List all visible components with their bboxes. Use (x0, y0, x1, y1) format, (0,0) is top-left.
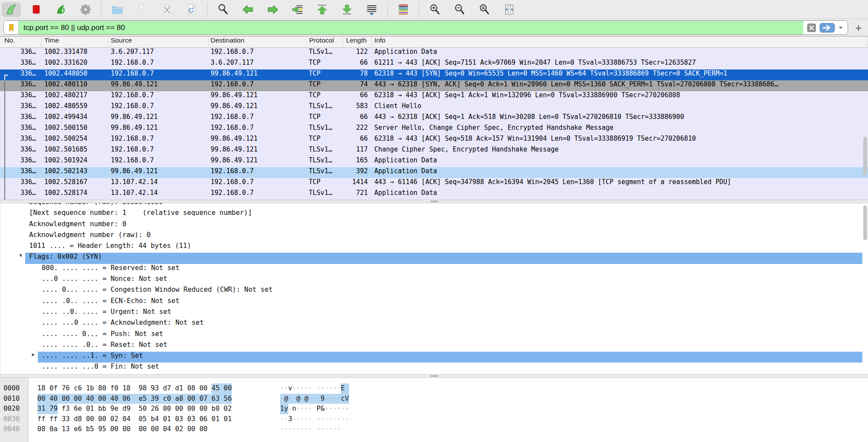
column-header-info[interactable]: Info (371, 36, 868, 47)
stop-capture-button[interactable] (26, 2, 46, 17)
auto-scroll-button[interactable] (362, 2, 381, 17)
column-header-destination[interactable]: Destination (208, 36, 306, 47)
packet-row[interactable]: 336…1002.50015099.86.49.121192.168.0.7TL… (0, 124, 868, 135)
detail-line[interactable]: ▼Flags: 0x002 (SYN) (0, 253, 862, 264)
packet-row[interactable]: 336…1002.448050192.168.0.799.86.49.121TC… (0, 69, 868, 80)
detail-line[interactable]: 1011 .... = Header Length: 44 bytes (11) (0, 242, 862, 253)
packet-row[interactable]: 336…1002.480217192.168.0.799.86.49.121TC… (0, 91, 868, 102)
start-capture-button[interactable] (2, 2, 21, 17)
hex-ascii: ··3············· (280, 414, 349, 425)
ascii-char: · (288, 394, 292, 404)
zoom-reset-button[interactable] (475, 2, 494, 17)
go-first-packet-button[interactable] (313, 2, 332, 17)
go-to-packet-button[interactable] (288, 2, 307, 17)
detail-line[interactable]: .... .0.. .... = ECN-Echo: Not set (0, 297, 862, 308)
filter-add-button[interactable]: + (852, 20, 865, 36)
packet-row[interactable]: 336…1002.49943499.86.49.121192.168.0.7TC… (0, 113, 868, 124)
toolbar-separator (419, 3, 419, 16)
no-cell: 336… (0, 91, 41, 102)
hex-row[interactable]: 00203179f36e01bb9ed9502600000000b0021y·n… (0, 404, 868, 414)
column-header-source[interactable]: Source (109, 36, 208, 47)
resize-columns-button[interactable] (500, 2, 519, 17)
hex-row[interactable]: 0030ffff33d80000020405b4010303060101··3·… (0, 414, 868, 425)
packet-row[interactable]: 336…1002.331620192.168.0.73.6.207.117TCP… (0, 59, 868, 69)
column-header-length[interactable]: Length (343, 36, 371, 47)
save-file-button[interactable] (132, 2, 152, 17)
detail-line[interactable]: .... ...0 .... = Acknowledgment: Not set (0, 319, 862, 330)
time-cell: 1002.480217 (41, 91, 109, 102)
detail-indent (0, 275, 38, 286)
detail-line[interactable]: Sequence number (raw): 2005041956 (0, 203, 862, 209)
ascii-char: · (337, 414, 341, 425)
ascii-char: · (320, 424, 324, 435)
ascii-char: · (325, 414, 329, 425)
hex-byte: 13 (62, 424, 70, 435)
detail-line[interactable]: [Next sequence number: 1 (relative seque… (0, 209, 862, 220)
expand-triangle-icon[interactable]: ▶ (32, 352, 35, 357)
packet-row[interactable]: 336…1002.3314783.6.207.117192.168.0.7TLS… (0, 48, 868, 59)
detail-line[interactable]: .... .... 0... = Push: Not set (0, 330, 862, 341)
open-file-button[interactable] (108, 2, 127, 17)
column-header-protocol[interactable]: Protocol (306, 36, 343, 47)
packet-row[interactable]: 336…1002.500254192.168.0.799.86.49.121TC… (0, 135, 868, 145)
pane-splitter-bottom[interactable] (0, 374, 868, 378)
go-back-button[interactable] (238, 2, 257, 17)
details-scrollbar[interactable] (863, 205, 867, 240)
packet-row[interactable]: 336…1002.52816713.107.42.14192.168.0.7TC… (0, 178, 868, 189)
reload-file-button[interactable] (182, 2, 201, 17)
detail-line[interactable]: .... .... .0.. = Reset: Not set (0, 341, 862, 352)
column-header-time[interactable]: Time (41, 36, 109, 47)
colorize-packets-button[interactable] (394, 2, 413, 17)
find-packet-button[interactable] (214, 2, 233, 17)
detail-line[interactable]: ...0 .... .... = Nonce: Not set (0, 275, 862, 286)
detail-line[interactable]: .... .... ...0 = Fin: Not set (0, 363, 862, 373)
capture-options-button[interactable] (76, 2, 95, 17)
length-cell: 392 (343, 167, 371, 178)
detail-line[interactable]: Acknowledgment number: 0 (0, 220, 862, 231)
packet-row[interactable]: 336…1002.501924192.168.0.799.86.49.121TL… (0, 156, 868, 167)
hex-byte: 01 (211, 414, 220, 425)
detail-line[interactable]: Acknowledgment number (raw): 0 (0, 231, 862, 242)
packet-row[interactable]: 336…1002.52817413.107.42.14192.168.0.7TL… (0, 189, 868, 200)
zoom-in-button[interactable] (426, 2, 445, 17)
packet-row[interactable]: 336…1002.480559192.168.0.799.86.49.121TL… (0, 102, 868, 113)
detail-indent: ▶ (0, 352, 38, 363)
packet-row[interactable]: 336…1002.48011099.86.49.121192.168.0.7TC… (0, 80, 868, 91)
hex-rows[interactable]: 0000180f76c61b80f0189893d7d108004500··v·… (0, 383, 868, 435)
filter-bookmark-button[interactable] (4, 21, 19, 34)
detail-line[interactable]: ▶.... .... ..1. = Syn: Set (0, 352, 862, 363)
display-filter-input[interactable] (19, 23, 803, 32)
collapse-triangle-icon[interactable]: ▼ (19, 253, 22, 258)
close-file-button[interactable] (157, 2, 176, 17)
detail-line[interactable]: .... 0... .... = Congestion Window Reduc… (0, 286, 862, 297)
hex-row[interactable]: 0040080a13e6b5950000000004020000········… (0, 424, 868, 435)
display-filter-field[interactable] (3, 20, 848, 35)
ascii-char: · (284, 424, 288, 435)
conversation-bracket-line (4, 189, 5, 200)
filter-apply-button[interactable] (819, 23, 835, 33)
packet-list-scrollbar[interactable] (863, 137, 867, 175)
hex-byte: 00 (98, 394, 106, 404)
folder-icon (111, 3, 124, 16)
conversation-bracket-line (4, 91, 5, 102)
pane-splitter-top[interactable] (0, 200, 868, 203)
protocol-cell: TLSv1… (306, 167, 343, 178)
destination-cell: 99.86.49.121 (208, 145, 306, 156)
hex-byte: ff (50, 414, 58, 425)
packet-row[interactable]: 336…1002.501685192.168.0.799.86.49.121TL… (0, 145, 868, 156)
filter-dropdown-button[interactable] (838, 25, 844, 31)
go-forward-button[interactable] (263, 2, 282, 17)
hex-row[interactable]: 00100040000040004006e539c0a800076356·@··… (0, 394, 868, 404)
column-header-no[interactable]: No. (0, 36, 41, 47)
ascii-char: · (308, 404, 312, 414)
detail-line[interactable]: 000. .... .... = Reserved: Not set (0, 264, 862, 275)
go-last-packet-button[interactable] (337, 2, 356, 17)
detail-line[interactable]: .... ..0. .... = Urgent: Not set (0, 308, 862, 319)
packet-row[interactable]: 336…1002.50214399.86.49.121192.168.0.7TL… (0, 167, 868, 178)
hex-row[interactable]: 0000180f76c61b80f0189893d7d108004500··v·… (0, 383, 868, 394)
filter-clear-button[interactable] (806, 23, 817, 33)
hex-byte: 04 (163, 424, 171, 435)
zoom-out-button[interactable] (450, 2, 469, 17)
restart-capture-button[interactable] (51, 2, 70, 17)
detail-text: Acknowledgment number: 0 (25, 220, 862, 231)
